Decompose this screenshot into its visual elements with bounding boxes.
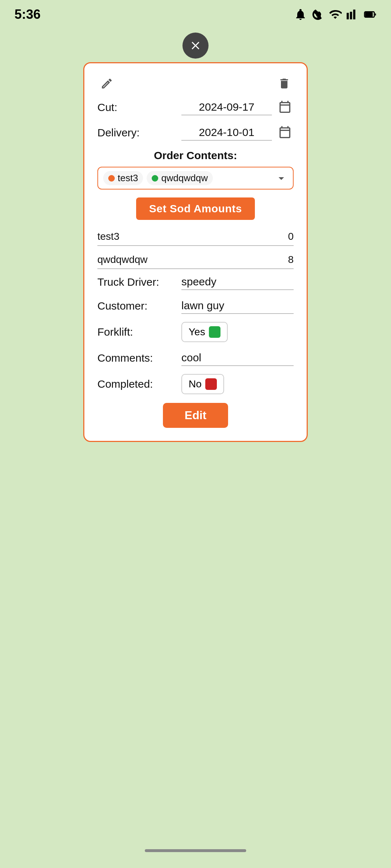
forklift-field-row: Forklift: Yes — [97, 322, 294, 342]
close-button[interactable] — [182, 33, 209, 59]
tag-qwdqwdqw: qwdqwdqw — [147, 171, 213, 185]
svg-rect-2 — [365, 12, 373, 17]
sod-amount-qwdqwdqw: 8 — [276, 254, 294, 265]
completed-toggle[interactable]: No — [181, 374, 224, 394]
customer-label: Customer: — [97, 300, 177, 312]
completed-label: Completed: — [97, 378, 177, 390]
tag-dot-test3 — [108, 175, 115, 182]
completed-toggle-label: No — [189, 378, 202, 390]
main-card: Cut: 2024-09-17 Delivery: 2024-10-01 Ord… — [83, 62, 308, 442]
comments-value: cool — [181, 350, 294, 366]
truck-driver-value: speedy — [181, 274, 294, 290]
status-icons — [294, 8, 377, 21]
edit-button[interactable]: Edit — [163, 403, 228, 428]
cut-value: 2024-09-17 — [181, 99, 272, 115]
delivery-value: 2024-10-01 — [181, 125, 272, 141]
cut-label: Cut: — [97, 101, 177, 114]
sod-row-qwdqwdqw: qwdqwdqw 8 — [97, 251, 294, 269]
notification-icon — [294, 8, 307, 21]
order-contents-title: Order Contents: — [97, 149, 294, 162]
forklift-toggle-indicator — [209, 326, 220, 338]
delete-button[interactable] — [275, 74, 294, 93]
wifi-icon — [329, 8, 342, 21]
tag-label-test3: test3 — [118, 173, 138, 184]
sod-name-qwdqwdqw: qwdqwdqw — [97, 254, 148, 265]
truck-driver-field-row: Truck Driver: speedy — [97, 274, 294, 290]
sod-amount-test3: 0 — [276, 231, 294, 242]
sod-name-test3: test3 — [97, 231, 119, 242]
status-time: 5:36 — [14, 7, 41, 22]
home-indicator — [145, 849, 246, 852]
tag-label-qwdqwdqw: qwdqwdqw — [161, 173, 208, 184]
tag-test3: test3 — [103, 171, 143, 185]
card-top-icons — [97, 74, 294, 93]
comments-field-row: Comments: cool — [97, 350, 294, 366]
dropdown-chevron-icon[interactable] — [275, 172, 288, 185]
vpn-icon — [311, 8, 324, 21]
edit-pencil-button[interactable] — [97, 74, 116, 93]
truck-driver-label: Truck Driver: — [97, 276, 177, 288]
sod-row-test3: test3 0 — [97, 228, 294, 246]
battery-icon — [363, 8, 377, 21]
cut-field-row: Cut: 2024-09-17 — [97, 99, 294, 116]
cut-calendar-icon[interactable] — [276, 99, 294, 116]
close-button-wrapper — [0, 33, 391, 59]
delivery-field-row: Delivery: 2024-10-01 — [97, 124, 294, 141]
customer-value: lawn guy — [181, 298, 294, 314]
forklift-toggle[interactable]: Yes — [181, 322, 228, 342]
tag-dot-qwdqwdqw — [152, 175, 158, 182]
completed-field-row: Completed: No — [97, 374, 294, 394]
customer-field-row: Customer: lawn guy — [97, 298, 294, 314]
delivery-calendar-icon[interactable] — [276, 124, 294, 141]
set-sod-amounts-button[interactable]: Set Sod Amounts — [136, 197, 255, 220]
status-bar: 5:36 — [0, 0, 391, 29]
forklift-label: Forklift: — [97, 326, 177, 338]
forklift-toggle-label: Yes — [189, 326, 205, 338]
signal-icon — [346, 8, 359, 21]
comments-label: Comments: — [97, 352, 177, 364]
tag-select-row[interactable]: test3 qwdqwdqw — [97, 167, 294, 190]
delivery-label: Delivery: — [97, 127, 177, 139]
completed-toggle-indicator — [205, 378, 217, 390]
